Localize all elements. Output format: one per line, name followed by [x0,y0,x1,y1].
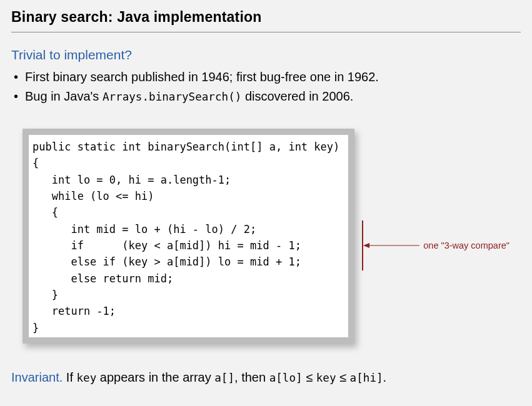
bullet-item: First binary search published in 1946; f… [25,67,521,87]
text: ≤ [336,370,350,384]
inline-code: a[lo] [269,372,303,384]
bullet-text-post: discovered in 2006. [241,89,353,103]
bullet-item: Bug in Java's Arrays.binarySearch() disc… [25,87,521,106]
inline-code: key [316,372,336,384]
subheading: Trivial to implement? [11,47,521,62]
slide-title: Binary search: Java implementation [11,9,521,32]
text: , then [234,370,269,384]
arrow-icon [363,242,419,249]
bullet-text-pre: Bug in Java's [25,89,103,103]
svg-marker-1 [363,243,369,248]
inline-code: a[] [214,372,234,384]
text: . [383,370,387,384]
code-block: public static int binarySearch(int[] a, … [33,139,339,336]
invariant-label: Invariant. [11,370,63,384]
inline-code: Arrays.binarySearch() [103,91,241,103]
invariant-line: Invariant. If key appears in the array a… [11,369,521,386]
code-box: public static int binarySearch(int[] a, … [23,129,354,344]
inline-code: key [77,372,97,384]
text: appears in the array [96,370,214,384]
text: If [63,370,76,384]
code-annotation: one "3-way compare" [423,240,509,250]
inline-code: a[hi] [350,372,383,384]
bullet-list: First binary search published in 1946; f… [11,67,521,106]
code-figure: public static int binarySearch(int[] a, … [23,129,521,344]
text: ≤ [303,370,316,384]
